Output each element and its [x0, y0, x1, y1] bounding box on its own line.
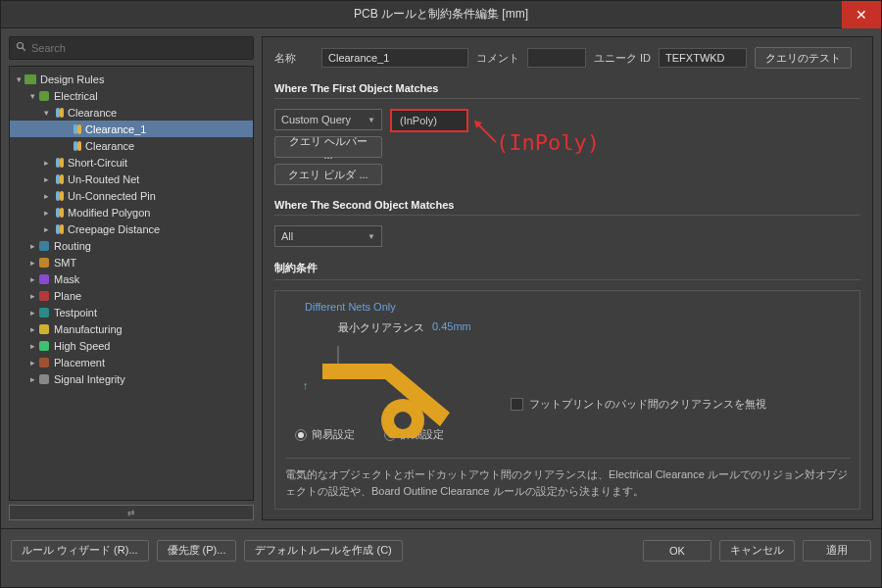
- unique-id-input[interactable]: [659, 48, 747, 68]
- tree-short-circuit[interactable]: ▸Short-Circuit: [10, 154, 253, 171]
- ok-button[interactable]: OK: [643, 540, 711, 562]
- comment-input[interactable]: [527, 48, 586, 68]
- tree-smt[interactable]: ▸SMT: [10, 254, 253, 270]
- tree-mask[interactable]: ▸Mask: [10, 270, 253, 287]
- constraints-title: 制約条件: [274, 261, 860, 280]
- rules-tree[interactable]: ▾Design Rules ▾Electrical ▾Clearance Cle…: [9, 66, 254, 501]
- chevron-down-icon: ▼: [368, 232, 375, 241]
- first-match-title: Where The First Object Matches: [274, 82, 860, 99]
- tree-creepage[interactable]: ▸Creepage Distance: [10, 220, 253, 237]
- tree-plane[interactable]: ▸Plane: [10, 287, 253, 304]
- tree-clearance-1[interactable]: Clearance_1: [10, 121, 253, 137]
- constraint-note: 電気的なオブジェクトとボードカットアウト間のクリアランスは、Electrical…: [285, 458, 850, 499]
- constraints-panel: Different Nets Only 最小クリアランス 0.45mm ↑ フッ…: [274, 290, 860, 510]
- test-query-button[interactable]: クエリのテスト: [755, 47, 852, 69]
- tree-routing[interactable]: ▸Routing: [10, 237, 253, 254]
- window-title: PCB ルールと制約条件編集 [mm]: [354, 6, 528, 23]
- first-scope-dropdown[interactable]: Custom Query▼: [274, 109, 382, 130]
- second-scope-dropdown[interactable]: All▼: [274, 225, 382, 247]
- ignore-pad-label: フットプリントのパッド間のクリアランスを無視: [529, 397, 766, 412]
- tree-high-speed[interactable]: ▸High Speed: [10, 337, 253, 354]
- tree-unconnected-pin[interactable]: ▸Un-Connected Pin: [10, 187, 253, 204]
- annotation-text: (InPoly): [496, 130, 600, 155]
- tree-testpoint[interactable]: ▸Testpoint: [10, 304, 253, 320]
- tree-clearance-child[interactable]: Clearance: [10, 137, 253, 154]
- second-match-title: Where The Second Object Matches: [274, 199, 860, 216]
- tree-manufacturing[interactable]: ▸Manufacturing: [10, 320, 253, 337]
- min-clearance-value[interactable]: 0.45mm: [432, 320, 471, 332]
- footer: ルール ウィザード (R)... 優先度 (P)... デフォルトルールを作成 …: [1, 528, 881, 571]
- tree-placement[interactable]: ▸Placement: [10, 354, 253, 370]
- title-bar: PCB ルールと制約条件編集 [mm] ✕: [1, 1, 881, 28]
- min-clearance-label: 最小クリアランス: [338, 320, 424, 335]
- rule-wizard-button[interactable]: ルール ウィザード (R)...: [11, 540, 149, 562]
- priority-button[interactable]: 優先度 (P)...: [157, 540, 237, 562]
- search-input[interactable]: [31, 42, 247, 54]
- tree-electrical[interactable]: ▾Electrical: [10, 87, 253, 104]
- query-builder-button[interactable]: クエリ ビルダ ...: [274, 164, 382, 185]
- apply-button[interactable]: 適用: [803, 540, 871, 562]
- unique-id-label: ユニーク ID: [594, 51, 651, 66]
- design-rules-switch-button[interactable]: ⇄: [9, 505, 254, 520]
- cancel-button[interactable]: キャンセル: [719, 540, 795, 562]
- clearance-diagram-shape-icon: [322, 340, 509, 438]
- search-icon: [16, 41, 31, 55]
- query-input[interactable]: (InPoly): [390, 109, 468, 132]
- name-label: 名称: [274, 51, 314, 66]
- up-arrow-icon: ↑: [303, 379, 309, 391]
- svg-point-6: [394, 412, 412, 429]
- search-box[interactable]: [9, 36, 254, 60]
- svg-point-0: [18, 43, 24, 49]
- chevron-down-icon: ▼: [368, 116, 375, 124]
- clearance-diagram: 最小クリアランス 0.45mm ↑: [295, 320, 511, 438]
- tree-signal-integrity[interactable]: ▸Signal Integrity: [10, 370, 253, 387]
- query-helper-button[interactable]: クエリ ヘルパー ...: [274, 136, 382, 158]
- svg-line-1: [23, 48, 25, 51]
- tree-root[interactable]: ▾Design Rules: [10, 71, 253, 87]
- tree-modified-polygon[interactable]: ▸Modified Polygon: [10, 204, 253, 220]
- tree-unrouted-net[interactable]: ▸Un-Routed Net: [10, 171, 253, 187]
- ignore-pad-checkbox[interactable]: [511, 398, 523, 411]
- comment-label: コメント: [476, 51, 519, 66]
- different-nets-label: Different Nets Only: [305, 301, 850, 313]
- close-button[interactable]: ✕: [842, 1, 881, 28]
- name-input[interactable]: [321, 48, 468, 68]
- tree-clearance-group[interactable]: ▾Clearance: [10, 104, 253, 121]
- default-rules-button[interactable]: デフォルトルールを作成 (C): [244, 540, 402, 562]
